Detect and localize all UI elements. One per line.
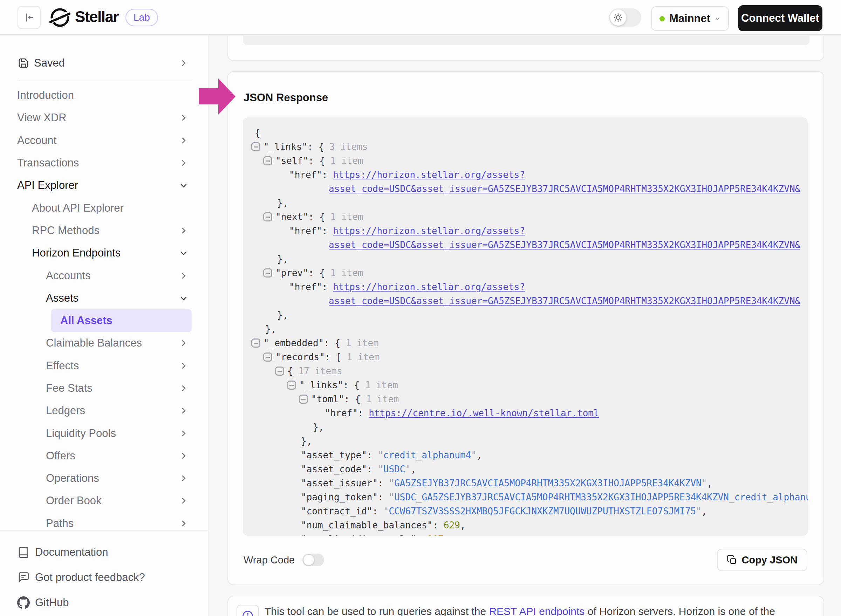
json-url-link[interactable]: asset_code=USDC&asset_issuer=GA5ZSEJYB37…: [329, 183, 800, 194]
collapse-node-icon[interactable]: [263, 268, 272, 277]
chevron-down-icon: [178, 248, 189, 258]
sidebar-item-all-assets[interactable]: All Assets: [0, 309, 208, 332]
sidebar-footer-got-product-feedback[interactable]: Got product feedback?: [0, 565, 208, 590]
json-url-link[interactable]: https://horizon.stellar.org/assets?: [333, 170, 525, 180]
sidebar-item-label: Fee Stats: [46, 382, 92, 395]
collapse-node-icon[interactable]: [251, 339, 260, 348]
sidebar-item-ledgers[interactable]: Ledgers: [0, 399, 208, 422]
json-line: "href": https://centre.io/.well-known/st…: [243, 406, 808, 420]
json-line: "_embedded": { 1 item: [243, 336, 808, 350]
sidebar-nav: IntroductionView XDRAccountTransactionsA…: [0, 84, 208, 535]
sidebar-item-label: Paths: [46, 517, 73, 530]
sidebar-item-liquidity-pools[interactable]: Liquidity Pools: [0, 422, 208, 444]
json-line: "_links": { 1 item: [243, 378, 808, 392]
json-line: },: [243, 252, 808, 266]
sidebar-item-account[interactable]: Account: [0, 129, 208, 152]
chevron-right-icon: [178, 383, 189, 393]
json-line: "asset_code": "USDC",: [243, 462, 808, 476]
sidebar-item-label: Ledgers: [46, 404, 85, 417]
json-url-link[interactable]: https://centre.io/.well-known/stellar.to…: [368, 408, 599, 418]
sidebar-item-label: Assets: [46, 292, 78, 305]
chevron-right-icon: [178, 113, 189, 123]
chevron-right-icon: [178, 225, 189, 236]
json-line: },: [243, 196, 808, 210]
collapse-node-icon[interactable]: [287, 381, 296, 390]
sidebar-item-horizon-endpoints[interactable]: Horizon Endpoints: [0, 242, 208, 264]
info-text: This tool can be used to run queries aga…: [264, 606, 775, 616]
json-line: {: [243, 126, 808, 140]
sidebar-item-label: Accounts: [46, 270, 91, 282]
chevron-down-icon: [178, 180, 189, 191]
network-label: Mainnet: [669, 12, 710, 25]
top-header: Stellar Lab Mainnet Connect Wallet: [0, 0, 841, 35]
sidebar-item-effects[interactable]: Effects: [0, 355, 208, 377]
chevron-down-icon: [715, 14, 721, 23]
collapse-node-icon[interactable]: [299, 395, 308, 404]
rest-api-endpoints-link[interactable]: REST API endpoints: [489, 606, 584, 616]
sidebar-item-label: Transactions: [17, 157, 79, 169]
sidebar-item-accounts[interactable]: Accounts: [0, 264, 208, 287]
sidebar-item-api-explorer[interactable]: API Explorer: [0, 174, 208, 197]
json-line: "records": [ 1 item: [243, 350, 808, 364]
collapse-node-icon[interactable]: [275, 367, 284, 375]
sidebar-item-label: Operations: [46, 472, 99, 485]
copy-json-button[interactable]: Copy JSON: [717, 549, 807, 571]
sidebar-item-introduction[interactable]: Introduction: [0, 84, 208, 107]
sidebar-item-label: About API Explorer: [32, 202, 124, 214]
sidebar-item-offers[interactable]: Offers: [0, 444, 208, 467]
sidebar-item-label: Offers: [46, 450, 75, 462]
sidebar-item-fee-stats[interactable]: Fee Stats: [0, 377, 208, 399]
sidebar-footer-documentation[interactable]: Documentation: [0, 540, 208, 565]
sidebar-item-view-xdr[interactable]: View XDR: [0, 107, 208, 129]
json-line: "toml": { 1 item: [243, 392, 808, 406]
theme-toggle[interactable]: [609, 9, 641, 26]
chevron-down-icon: [178, 293, 189, 304]
saved-icon: [17, 57, 30, 69]
sidebar-item-assets[interactable]: Assets: [0, 287, 208, 309]
sidebar-footer-github[interactable]: GitHub: [0, 590, 208, 615]
connect-wallet-button[interactable]: Connect Wallet: [738, 5, 822, 31]
sidebar-item-saved[interactable]: Saved: [0, 51, 208, 75]
sidebar-item-order-book[interactable]: Order Book: [0, 490, 208, 512]
sidebar-item-about-api-explorer[interactable]: About API Explorer: [0, 197, 208, 219]
network-select[interactable]: Mainnet: [651, 6, 729, 31]
annotation-arrow: [196, 77, 237, 116]
collapse-node-icon[interactable]: [263, 212, 272, 221]
request-inner-box: [243, 36, 809, 45]
sidebar-item-transactions[interactable]: Transactions: [0, 152, 208, 174]
book-icon: [17, 546, 30, 559]
json-line: "contract_id": "CCW67TSZV3SSS2HXMBQ5JFGC…: [243, 504, 808, 518]
json-url-link[interactable]: https://horizon.stellar.org/assets?: [333, 282, 525, 292]
wrap-code-toggle[interactable]: [302, 554, 324, 566]
collapse-node-icon[interactable]: [263, 352, 272, 362]
json-line: },: [243, 434, 808, 448]
collapse-node-icon[interactable]: [251, 142, 260, 151]
sidebar-divider: [17, 81, 192, 81]
sidebar-item-operations[interactable]: Operations: [0, 467, 208, 490]
sidebar-item-label: View XDR: [17, 111, 67, 124]
json-url-link[interactable]: https://horizon.stellar.org/assets?: [333, 226, 525, 236]
sidebar-collapse-button[interactable]: [18, 6, 41, 29]
sidebar-item-rpc-methods[interactable]: RPC Methods: [0, 219, 208, 242]
json-url-link[interactable]: asset_code=USDC&asset_issuer=GA5ZSEJYB37…: [329, 240, 800, 250]
json-line: asset_code=USDC&asset_issuer=GA5ZSEJYB37…: [243, 238, 808, 252]
json-line: { 17 items: [243, 364, 808, 378]
json-code-block[interactable]: {"_links": { 3 items"self": { 1 item"hre…: [243, 117, 808, 536]
json-line: "prev": { 1 item: [243, 266, 808, 280]
sidebar-item-label: All Assets: [51, 309, 192, 332]
json-url-link[interactable]: asset_code=USDC&asset_issuer=GA5ZSEJYB37…: [329, 296, 800, 306]
chevron-right-icon: [178, 473, 189, 484]
main-content: JSON Response {"_links": { 3 items"self"…: [209, 36, 841, 616]
sun-icon: [613, 12, 624, 23]
json-line: "_links": { 3 items: [243, 140, 808, 154]
sidebar-item-label: Horizon Endpoints: [32, 247, 120, 259]
info-icon: [241, 610, 254, 616]
sidebar-item-label: RPC Methods: [32, 224, 100, 237]
sidebar-item-label: Liquidity Pools: [46, 427, 116, 440]
chevron-right-icon: [178, 405, 189, 416]
collapse-node-icon[interactable]: [263, 156, 272, 166]
json-response-card: JSON Response {"_links": { 3 items"self"…: [227, 71, 824, 585]
wrap-code-label: Wrap Code: [244, 554, 295, 566]
chevron-right-icon: [178, 428, 189, 439]
sidebar-item-claimable-balances[interactable]: Claimable Balances: [0, 332, 208, 354]
